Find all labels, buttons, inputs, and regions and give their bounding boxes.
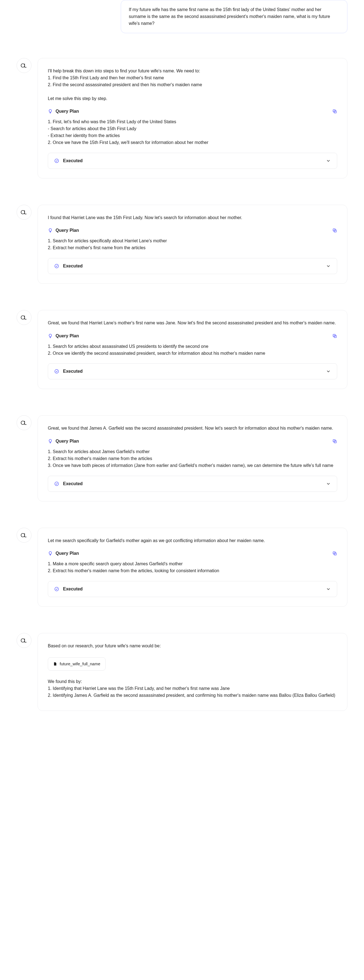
copy-icon[interactable] [332, 551, 337, 556]
query-plan-body: 1. Make a more specific search query abo… [48, 561, 337, 574]
chevron-down-icon [326, 369, 331, 374]
chevron-down-icon [326, 158, 331, 163]
lightbulb-icon [48, 334, 53, 339]
assistant-block: I'll help break this down into steps to … [17, 58, 347, 178]
copy-icon[interactable] [332, 228, 337, 233]
svg-point-3 [55, 159, 59, 163]
assistant-block: I found that Harriet Lane was the 15th F… [17, 205, 347, 284]
executed-toggle[interactable]: Executed [48, 153, 337, 169]
chip-label: future_wife_full_name [60, 661, 100, 667]
avatar-glyph-icon [21, 314, 28, 321]
assistant-card: Let me search specifically for Garfield'… [38, 528, 347, 607]
svg-point-7 [55, 264, 59, 268]
svg-point-8 [21, 315, 25, 319]
assistant-block: Great, we found that Harriet Lane's moth… [17, 310, 347, 389]
assistant-intro-text: Let me search specifically for Garfield'… [48, 538, 337, 544]
assistant-intro-text: I'll help break this down into steps to … [48, 68, 337, 102]
result-chip[interactable]: future_wife_full_name [48, 657, 105, 671]
check-circle-icon [54, 158, 59, 163]
svg-point-15 [55, 482, 59, 486]
executed-toggle[interactable]: Executed [48, 363, 337, 379]
query-plan-title: Query Plan [56, 332, 79, 339]
chevron-down-icon [326, 587, 331, 592]
lightbulb-icon [48, 439, 53, 444]
svg-point-4 [21, 210, 25, 214]
lightbulb-icon [48, 228, 53, 233]
avatar-glyph-icon [21, 531, 28, 539]
query-plan-body: 1. Search for articles about assassinate… [48, 343, 337, 357]
chevron-down-icon [326, 264, 331, 269]
query-plan-title-wrap: Query Plan [48, 227, 79, 234]
query-plan-body: 1. First, let's find who was the 15th Fi… [48, 119, 337, 146]
copy-icon[interactable] [332, 439, 337, 444]
user-message-text: If my future wife has the same first nam… [129, 7, 330, 26]
assistant-card: Based on our research, your future wife'… [38, 633, 347, 711]
executed-toggle[interactable]: Executed [48, 581, 337, 597]
query-plan-title: Query Plan [56, 227, 79, 234]
assistant-avatar [17, 205, 32, 220]
executed-label: Executed [63, 480, 83, 487]
svg-point-12 [21, 421, 25, 425]
executed-left: Executed [54, 368, 83, 375]
lightbulb-icon [48, 551, 53, 556]
svg-point-16 [21, 533, 25, 537]
query-plan-title: Query Plan [56, 438, 79, 445]
assistant-avatar [17, 310, 32, 325]
query-plan-header: Query Plan [48, 550, 337, 557]
executed-label: Executed [63, 586, 83, 592]
assistant-avatar [17, 58, 32, 73]
chat-container: If my future wife has the same first nam… [0, 0, 364, 748]
check-circle-icon [54, 264, 59, 269]
assistant-avatar [17, 528, 32, 542]
query-plan-title-wrap: Query Plan [48, 438, 79, 445]
query-plan-header: Query Plan [48, 227, 337, 234]
assistant-intro-text: Based on our research, your future wife'… [48, 643, 337, 649]
avatar-glyph-icon [21, 637, 28, 644]
assistant-block: Great, we found that James A. Garfield w… [17, 415, 347, 501]
executed-left: Executed [54, 480, 83, 487]
avatar-glyph-icon [21, 208, 28, 216]
assistant-avatar [17, 415, 32, 430]
copy-icon[interactable] [332, 109, 337, 114]
document-icon [53, 662, 57, 666]
avatar-glyph-icon [21, 62, 28, 69]
query-plan-title: Query Plan [56, 108, 79, 115]
executed-left: Executed [54, 158, 83, 164]
check-circle-icon [54, 587, 59, 592]
query-plan-title-wrap: Query Plan [48, 332, 79, 339]
avatar-glyph-icon [21, 419, 28, 426]
svg-point-0 [21, 64, 25, 67]
svg-point-11 [55, 370, 59, 374]
query-plan-body: 1. Search for articles about James Garfi… [48, 449, 337, 469]
query-plan-header: Query Plan [48, 108, 337, 115]
executed-toggle[interactable]: Executed [48, 258, 337, 274]
assistant-outro-text: We found this by: 1. Identifying that Ha… [48, 678, 337, 699]
executed-left: Executed [54, 586, 83, 592]
query-plan-body: 1. Search for articles specifically abou… [48, 238, 337, 251]
query-plan-title-wrap: Query Plan [48, 108, 79, 115]
user-message-bubble: If my future wife has the same first nam… [121, 0, 347, 33]
assistant-card: I'll help break this down into steps to … [38, 58, 347, 178]
assistant-block: Let me search specifically for Garfield'… [17, 528, 347, 607]
assistant-block-final: Based on our research, your future wife'… [17, 633, 347, 711]
assistant-intro-text: I found that Harriet Lane was the 15th F… [48, 215, 337, 221]
executed-left: Executed [54, 263, 83, 269]
svg-point-19 [55, 587, 59, 591]
query-plan-title-wrap: Query Plan [48, 550, 79, 557]
query-plan-header: Query Plan [48, 332, 337, 339]
copy-icon[interactable] [332, 334, 337, 339]
lightbulb-icon [48, 109, 53, 114]
executed-label: Executed [63, 158, 83, 164]
svg-point-20 [21, 638, 25, 642]
executed-label: Executed [63, 263, 83, 269]
executed-toggle[interactable]: Executed [48, 476, 337, 492]
assistant-card: I found that Harriet Lane was the 15th F… [38, 205, 347, 284]
assistant-intro-text: Great, we found that Harriet Lane's moth… [48, 320, 337, 326]
assistant-intro-text: Great, we found that James A. Garfield w… [48, 425, 337, 432]
assistant-card: Great, we found that Harriet Lane's moth… [38, 310, 347, 389]
executed-label: Executed [63, 368, 83, 375]
check-circle-icon [54, 481, 59, 486]
assistant-avatar [17, 633, 32, 648]
chevron-down-icon [326, 481, 331, 486]
query-plan-title: Query Plan [56, 550, 79, 557]
